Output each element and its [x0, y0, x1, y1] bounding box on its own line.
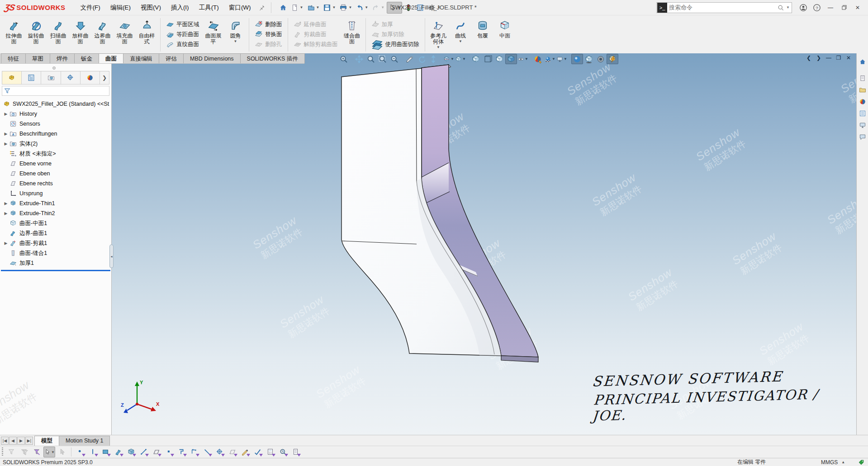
search-dropdown-icon[interactable]: ▼: [786, 5, 790, 9]
tab-草图[interactable]: 草图: [25, 53, 50, 63]
restore-button[interactable]: [837, 2, 851, 14]
f-pencil[interactable]: [239, 447, 251, 457]
tab-特征[interactable]: 特征: [1, 53, 26, 63]
ribbon-button-free[interactable]: 自由样式: [136, 16, 158, 53]
h-viewcube[interactable]: ▼: [455, 54, 466, 64]
new-document-icon[interactable]: ▼: [289, 2, 305, 14]
ribbon-button-delface[interactable]: 删除面: [251, 19, 285, 29]
r-ball[interactable]: [858, 97, 868, 107]
home-icon[interactable]: [278, 2, 289, 14]
menu-item-5[interactable]: 窗口(W): [224, 0, 256, 15]
h-cube3[interactable]: [493, 54, 505, 64]
menu-item-2[interactable]: 视图(V): [136, 0, 166, 15]
f-corner[interactable]: [189, 447, 200, 457]
f-cursor2[interactable]: [56, 447, 68, 457]
tree-item[interactable]: 曲面-中面1: [0, 218, 111, 228]
f-planedash[interactable]: [227, 447, 238, 457]
h-cube4[interactable]: [505, 54, 517, 64]
dropdown-caret-icon[interactable]: ▼: [234, 39, 237, 43]
tree-item[interactable]: ▶History: [0, 109, 111, 119]
f-magn[interactable]: N: [277, 447, 289, 457]
help-icon[interactable]: ?: [810, 2, 824, 14]
h-zoomarea[interactable]: [338, 54, 350, 64]
ribbon-button-refgeo[interactable]: 参考几何体▼: [427, 16, 450, 53]
expand-arrow-icon[interactable]: ▶: [3, 241, 9, 245]
expand-arrow-icon[interactable]: ▶: [3, 201, 9, 206]
study-tab-模型[interactable]: 模型: [34, 436, 59, 446]
tree-root-item[interactable]: SWX2025_Fillet_JOE (Standard) <<St: [0, 99, 111, 109]
f-point[interactable]: [75, 447, 86, 457]
search-command-icon[interactable]: >_: [657, 3, 667, 13]
f-line[interactable]: [87, 447, 99, 457]
h-realview[interactable]: [571, 54, 583, 64]
panel-expand-chevron-icon[interactable]: ❯: [100, 75, 109, 81]
rebuild-traffic-light-icon[interactable]: [403, 2, 414, 14]
toolbar-drag-handle[interactable]: [2, 447, 3, 457]
ribbon-button-ruled[interactable]: 直纹曲面: [163, 39, 202, 49]
ribbon-button-rev[interactable]: 旋转曲面: [25, 16, 47, 53]
study-tab-Motion Study 1[interactable]: Motion Study 1: [59, 436, 110, 446]
study-nav-3[interactable]: ▶|: [25, 437, 33, 445]
f-plane[interactable]: [151, 447, 162, 457]
f-funnel3[interactable]: [31, 447, 43, 457]
h-zoomin[interactable]: [365, 54, 377, 64]
print-icon[interactable]: ▼: [338, 2, 353, 14]
tree-item[interactable]: Ebene vorne: [0, 159, 111, 169]
rollback-bar[interactable]: [1, 270, 110, 271]
select-cursor-icon[interactable]: ▼: [387, 2, 402, 14]
h-eye[interactable]: ▼: [517, 54, 529, 64]
tree-item[interactable]: ▶曲面-剪裁1: [0, 238, 111, 248]
r-folder[interactable]: [858, 85, 868, 95]
status-units[interactable]: MMGS▲: [821, 459, 845, 466]
h-monitor[interactable]: ▼: [556, 54, 568, 64]
f-contour[interactable]: [176, 447, 188, 457]
f-calc[interactable]: [265, 447, 276, 457]
f-band[interactable]: [113, 447, 124, 457]
ribbon-button-repface[interactable]: 替换面: [251, 29, 285, 39]
tab-焊件[interactable]: 焊件: [50, 53, 75, 63]
ribbon-button-offset[interactable]: 等距曲面: [163, 29, 202, 39]
tree-item[interactable]: 加厚1: [0, 258, 111, 268]
ribbon-button-flatten[interactable]: 曲面展平: [202, 16, 224, 53]
menu-item-0[interactable]: 文件(F): [76, 0, 105, 15]
h-perf[interactable]: [607, 54, 618, 64]
f-rect[interactable]: [100, 447, 112, 457]
h-cube1[interactable]: [470, 54, 482, 64]
status-tag-icon[interactable]: [858, 459, 864, 466]
tab-直接编辑[interactable]: 直接编辑: [123, 53, 159, 63]
ribbon-button-fillet[interactable]: 圆角▼: [224, 16, 247, 53]
tree-item[interactable]: 曲面-缝合1: [0, 248, 111, 258]
model-3d-surface[interactable]: [112, 53, 856, 435]
undo-icon[interactable]: ▼: [354, 2, 370, 14]
file-properties-icon[interactable]: [415, 2, 426, 14]
minimize-button[interactable]: —: [824, 2, 837, 14]
w-close[interactable]: ✕: [844, 55, 854, 61]
menu-item-1[interactable]: 编辑(E): [105, 0, 136, 15]
ribbon-button-planar[interactable]: 平面区域: [163, 19, 202, 29]
ribbon-button-cutsurf[interactable]: 使用曲面切除: [368, 39, 422, 49]
study-nav-2[interactable]: ▶: [17, 437, 25, 445]
close-button[interactable]: ✕: [851, 2, 864, 14]
f-funnel2[interactable]: [18, 447, 30, 457]
r-home[interactable]: [858, 57, 868, 67]
w-pane1[interactable]: ❮: [804, 55, 814, 61]
f-dot[interactable]: [163, 447, 175, 457]
ribbon-button-swp[interactable]: 扫描曲面: [47, 16, 69, 53]
panel-collapse-dot[interactable]: [52, 66, 56, 70]
tab-钣金[interactable]: 钣金: [74, 53, 99, 63]
f-doc[interactable]: [290, 447, 302, 457]
expand-arrow-icon[interactable]: ▶: [3, 141, 9, 146]
tree-item[interactable]: ▶Extrude-Thin2: [0, 208, 111, 218]
study-nav-0[interactable]: |◀: [1, 437, 9, 445]
r-doc[interactable]: [858, 73, 868, 83]
h-scene[interactable]: ▼: [544, 54, 556, 64]
f-diag2[interactable]: [201, 447, 213, 457]
h-zoomwin[interactable]: [377, 54, 389, 64]
w-pane2[interactable]: ❯: [814, 55, 824, 61]
h-zoomfit[interactable]: [389, 54, 400, 64]
featuremanager-tab[interactable]: [2, 71, 22, 84]
expand-arrow-icon[interactable]: ▶: [3, 211, 9, 216]
configurationmanager-tab[interactable]: [41, 71, 61, 84]
tree-item[interactable]: ▶Extrude-Thin1: [0, 198, 111, 208]
dropdown-caret-icon[interactable]: ▼: [459, 39, 462, 43]
